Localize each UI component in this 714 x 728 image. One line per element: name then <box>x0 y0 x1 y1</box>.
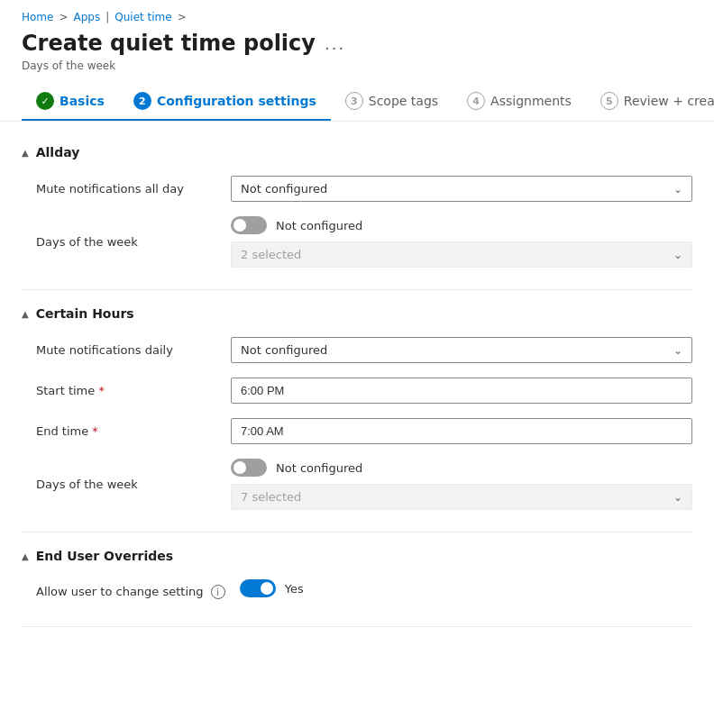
days-certain-label: Days of the week <box>36 478 216 491</box>
days-certain-control: Not configured 7 selected ⌄ <box>231 459 692 510</box>
tab-review-circle: 5 <box>600 92 618 110</box>
end-time-label: End time <box>36 424 216 438</box>
content-area: ▲ Allday Mute notifications all day Not … <box>0 122 714 649</box>
page-header: Create quiet time policy ... <box>0 27 714 59</box>
tab-bar: ✓ Basics 2 Configuration settings 3 Scop… <box>0 83 714 122</box>
tab-scope-label: Scope tags <box>369 94 438 108</box>
allow-change-toggle[interactable] <box>240 579 276 597</box>
allday-chevron-icon: ▲ <box>22 148 29 158</box>
allow-change-track <box>240 579 276 597</box>
section-end-user-title: End User Overrides <box>36 549 173 563</box>
days-certain-track <box>231 459 267 477</box>
mute-allday-control: Not configured ⌄ <box>231 176 692 202</box>
mute-daily-caret-icon: ⌄ <box>673 344 682 357</box>
days-certain-toggle-label: Not configured <box>276 461 362 475</box>
days-allday-select-caret-icon: ⌄ <box>673 249 682 261</box>
days-certain-toggle-row: Not configured <box>231 459 692 477</box>
tab-assignments-label: Assignments <box>490 94 572 108</box>
tab-basics[interactable]: ✓ Basics <box>22 83 119 121</box>
more-options-icon[interactable]: ... <box>325 34 345 53</box>
allow-change-info-icon[interactable]: i <box>211 585 225 599</box>
allow-change-label: Allow user to change setting i <box>36 585 225 600</box>
tab-scope-circle: 3 <box>345 92 363 110</box>
section-allday-header[interactable]: ▲ Allday <box>22 136 692 168</box>
certain-hours-chevron-icon: ▲ <box>22 309 29 319</box>
breadcrumb-home[interactable]: Home <box>22 11 53 23</box>
days-allday-label: Days of the week <box>36 235 216 249</box>
days-allday-selected: 2 selected <box>241 248 301 261</box>
days-certain-thumb <box>233 461 246 474</box>
allow-change-control: Yes <box>240 579 692 605</box>
breadcrumb-sep3: > <box>178 11 187 23</box>
tab-review-label: Review + create <box>624 94 714 108</box>
tab-assignments[interactable]: 4 Assignments <box>453 83 586 121</box>
tab-basics-circle: ✓ <box>36 92 54 110</box>
allow-change-value: Yes <box>285 582 304 596</box>
days-certain-select-caret-icon: ⌄ <box>673 491 682 504</box>
mute-daily-dropdown[interactable]: Not configured ⌄ <box>231 337 692 363</box>
tab-scope[interactable]: 3 Scope tags <box>331 83 453 121</box>
allow-change-thumb <box>261 582 273 595</box>
section-certain-hours-title: Certain Hours <box>36 306 134 321</box>
breadcrumb-sep2: | <box>105 11 109 23</box>
days-certain-row: Days of the week Not configured 7 select… <box>22 451 692 517</box>
end-time-row: End time <box>22 411 692 451</box>
days-allday-toggle-row: Not configured <box>231 216 692 234</box>
mute-allday-row: Mute notifications all day Not configure… <box>22 168 692 209</box>
mute-allday-dropdown[interactable]: Not configured ⌄ <box>231 176 692 202</box>
breadcrumb: Home > Apps | Quiet time > <box>0 0 714 27</box>
start-time-input[interactable] <box>231 378 692 404</box>
days-certain-selected: 7 selected <box>241 490 301 504</box>
allow-change-row: Allow user to change setting i Yes <box>22 572 692 612</box>
days-allday-toggle-label: Not configured <box>276 219 362 232</box>
mute-allday-caret-icon: ⌄ <box>673 183 682 196</box>
tab-config-circle: 2 <box>133 92 151 110</box>
breadcrumb-sep1: > <box>59 11 68 23</box>
days-allday-thumb <box>233 219 246 232</box>
mute-daily-control: Not configured ⌄ <box>231 337 692 363</box>
days-certain-select[interactable]: 7 selected ⌄ <box>231 484 692 510</box>
mute-daily-row: Mute notifications daily Not configured … <box>22 330 692 370</box>
section-allday-title: Allday <box>36 145 80 159</box>
days-allday-track <box>231 216 267 234</box>
tab-config[interactable]: 2 Configuration settings <box>119 83 331 121</box>
end-time-control <box>231 418 692 444</box>
start-time-control <box>231 378 692 404</box>
tab-review[interactable]: 5 Review + create <box>586 83 714 121</box>
mute-daily-label: Mute notifications daily <box>36 343 216 357</box>
section-end-user-header[interactable]: ▲ End User Overrides <box>22 540 692 572</box>
allow-change-toggle-row: Yes <box>240 579 692 597</box>
breadcrumb-apps[interactable]: Apps <box>74 11 101 23</box>
tab-assignments-circle: 4 <box>467 92 485 110</box>
section-allday: ▲ Allday Mute notifications all day Not … <box>22 136 692 290</box>
mute-allday-value: Not configured <box>241 182 327 196</box>
section-certain-hours: ▲ Certain Hours Mute notifications daily… <box>22 297 692 532</box>
days-allday-row: Days of the week Not configured 2 select… <box>22 209 692 275</box>
mute-allday-label: Mute notifications all day <box>36 182 216 196</box>
days-allday-select[interactable]: 2 selected ⌄ <box>231 241 692 268</box>
end-user-chevron-icon: ▲ <box>22 551 29 561</box>
page-subtitle: Days of the week <box>0 59 714 83</box>
start-time-row: Start time <box>22 370 692 411</box>
start-time-label: Start time <box>36 384 216 397</box>
end-time-input[interactable] <box>231 418 692 444</box>
section-end-user: ▲ End User Overrides Allow user to chang… <box>22 540 692 627</box>
tab-config-label: Configuration settings <box>157 94 316 108</box>
page-title: Create quiet time policy <box>22 31 316 56</box>
section-certain-hours-header[interactable]: ▲ Certain Hours <box>22 297 692 330</box>
days-allday-control: Not configured 2 selected ⌄ <box>231 216 692 268</box>
mute-daily-value: Not configured <box>241 343 327 357</box>
days-certain-toggle[interactable] <box>231 459 267 477</box>
tab-basics-label: Basics <box>60 94 105 108</box>
days-allday-toggle[interactable] <box>231 216 267 234</box>
breadcrumb-quiet-time[interactable]: Quiet time <box>114 11 171 23</box>
